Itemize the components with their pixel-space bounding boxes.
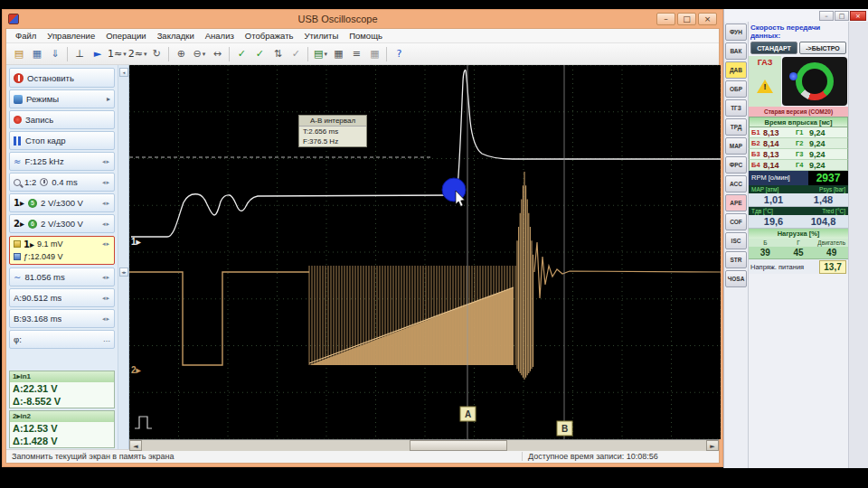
side-button-ОБР[interactable]: ОБР (725, 80, 747, 98)
right-restore-button[interactable]: □ (835, 11, 849, 21)
sidebar-splitter[interactable]: ◂ ◂▸ (118, 65, 129, 449)
frequency-spinner[interactable]: ◂▸ (102, 158, 110, 165)
menu-item-7[interactable]: Помощь (344, 30, 388, 42)
freeze-frame-button[interactable]: Стоп кадр (9, 131, 115, 150)
scale-timebase-control[interactable]: 1:2 0.4 ms ◂▸ (9, 173, 115, 192)
standard-rate-button[interactable]: СТАНДАРТ (750, 42, 797, 54)
scope-area[interactable]: A B 1▸ 2▸ А-В интервал T:2.656 ms F:376.… (129, 65, 719, 449)
zoom-in-icon[interactable]: ⊕ (172, 45, 190, 63)
menu-item-2[interactable]: Операции (100, 30, 151, 42)
measurement-panel[interactable]: 1▸ 9.1 mV ◂▸ ƒ:12.049 V (9, 236, 115, 265)
in1-title: 1▸in1 (10, 371, 114, 382)
side-button-ВАК[interactable]: ВАК (725, 42, 747, 60)
menu-item-0[interactable]: Файл (10, 30, 42, 42)
measurement-spinner[interactable]: ◂▸ (102, 240, 110, 248)
close-button[interactable]: × (698, 13, 717, 25)
load-engine-label: Двигатель (815, 239, 848, 247)
record-button[interactable]: Запись (9, 110, 115, 129)
cursor-b-control[interactable]: B:93.168 ms ◂▸ (9, 309, 115, 328)
splitter-button-meas[interactable]: ◂▸ (119, 267, 128, 277)
scrollbar-thumb[interactable] (410, 440, 507, 451)
gas-gauge[interactable] (782, 57, 847, 106)
sync-icon[interactable]: ↻ (147, 45, 165, 63)
time-total-control[interactable]: ∼ 81.056 ms ◂▸ (9, 267, 115, 286)
channel2-badge: 2▸ (14, 219, 24, 229)
side-button-АРЕ[interactable]: АРЕ (725, 194, 747, 211)
save-icon[interactable]: ▦ (28, 45, 46, 63)
side-button-ISC[interactable]: ISC (725, 232, 747, 249)
data-rate-label: Скорость передачи данных: (749, 22, 848, 41)
side-button-АСС[interactable]: АСС (725, 175, 747, 192)
fast-rate-button[interactable]: ->БЫСТРО (799, 42, 846, 54)
updown-icon[interactable]: ⇅ (269, 45, 287, 63)
map-label: MAP [атм] (751, 186, 778, 192)
menu-item-1[interactable]: Управление (42, 30, 100, 42)
modes-button[interactable]: Режимы ▸ (9, 89, 115, 108)
dropdown-arrow-icon[interactable]: ▾ (144, 51, 147, 58)
panels-icon[interactable]: ≡ (347, 45, 365, 63)
minimize-button[interactable]: – (656, 13, 675, 25)
channel2-signal-icon[interactable]: 2≈▾ (127, 45, 148, 63)
gauge-ring-icon (796, 62, 834, 100)
side-button-STR[interactable]: STR (725, 251, 747, 268)
side-button-ФУН[interactable]: ФУН (725, 23, 747, 41)
open-icon[interactable]: ▤ (10, 45, 28, 63)
right-minimize-button[interactable]: – (819, 11, 834, 21)
cursor-a-spinner[interactable]: ◂▸ (102, 295, 110, 302)
menu-item-5[interactable]: Отображать (240, 30, 299, 42)
scope-canvas[interactable]: A B 1▸ 2▸ (129, 65, 721, 439)
channel2-range-control[interactable]: 2▸ 6 2 V/±300 V ◂▸ (9, 214, 115, 233)
menu-item-4[interactable]: Анализ (200, 30, 240, 42)
channel1-zero-marker[interactable]: 1▸ (131, 237, 142, 247)
stop-button[interactable]: Остановить (9, 68, 115, 88)
trigger-flag-icon[interactable]: ► (89, 45, 107, 63)
channel1-range-control[interactable]: 1▸ 5 2 V/±300 V ◂▸ (9, 193, 115, 212)
cursor-a-control[interactable]: A:90.512 ms ◂▸ (9, 288, 115, 307)
dropdown-arrow-icon[interactable]: ▾ (203, 51, 206, 58)
export-icon[interactable]: ⇓ (46, 45, 64, 63)
grid-icon[interactable]: ▦ (365, 45, 383, 63)
layout-icon[interactable]: ▦ (329, 45, 347, 63)
time-total-spinner[interactable]: ◂▸ (102, 274, 110, 281)
temp-header: Тдв [°C] Tred [°C] (749, 207, 848, 215)
scroll-right-icon[interactable]: ► (706, 440, 719, 451)
zoom-out-icon[interactable]: ⊖▾ (190, 45, 208, 63)
side-button-ФРС[interactable]: ФРС (725, 156, 747, 174)
confirm-icon[interactable]: ✓ (287, 45, 305, 63)
splitter-button-top[interactable]: ◂ (119, 68, 128, 77)
dropdown-arrow-icon[interactable]: ▾ (324, 51, 327, 58)
inj-gas-value: 9,24 (809, 139, 842, 148)
menu-item-6[interactable]: Утилиты (298, 30, 344, 42)
channel2-zero-marker[interactable]: 2▸ (131, 365, 142, 375)
probe-icon[interactable]: ⊥ (71, 45, 89, 63)
side-button-МАР[interactable]: МАР (725, 137, 747, 155)
side-button-ДАВ[interactable]: ДАВ (725, 61, 747, 79)
help-icon[interactable]: ? (390, 45, 408, 63)
measurement-amplitude: 9.1 mV (37, 239, 63, 249)
scroll-left-icon[interactable]: ◄ (129, 440, 142, 451)
accept-icon[interactable]: ✓ (232, 45, 250, 63)
wave-icon: ∼ (14, 272, 21, 282)
phase-control[interactable]: φ: … (9, 330, 115, 349)
channel1-spinner[interactable]: ◂▸ (102, 200, 110, 207)
save-icon-glyph: ▦ (33, 48, 42, 60)
scope-scrollbar[interactable]: ◄ ► (129, 439, 719, 451)
channel1-signal-icon[interactable]: 1≈▾ (107, 45, 127, 63)
cursor-b-spinner[interactable]: ◂▸ (102, 315, 110, 323)
scrollbar-track[interactable] (142, 440, 706, 451)
measure-icon[interactable]: ↔ (208, 45, 226, 63)
right-close-button[interactable]: × (850, 11, 866, 21)
timebase-spinner[interactable]: ◂▸ (102, 179, 110, 186)
frequency-control[interactable]: ≈ F:125 kHz ◂▸ (9, 152, 115, 171)
maximize-button[interactable]: □ (677, 13, 696, 25)
side-button-СОF[interactable]: СОF (725, 213, 747, 230)
side-button-ТРД[interactable]: ТРД (725, 118, 747, 136)
side-button-ТГЗ[interactable]: ТГЗ (725, 99, 747, 117)
dropdown-arrow-icon[interactable]: ▾ (123, 51, 127, 58)
menu-item-3[interactable]: Закладки (152, 30, 200, 42)
report-icon[interactable]: ▤▾ (311, 45, 329, 63)
channel2-spinner[interactable]: ◂▸ (102, 221, 110, 228)
accept-all-icon[interactable]: ✓ (250, 45, 269, 63)
title-bar[interactable]: USB Oscilloscope – □ × (5, 10, 720, 28)
side-button-ЧOSA[interactable]: ЧOSA (725, 270, 747, 287)
